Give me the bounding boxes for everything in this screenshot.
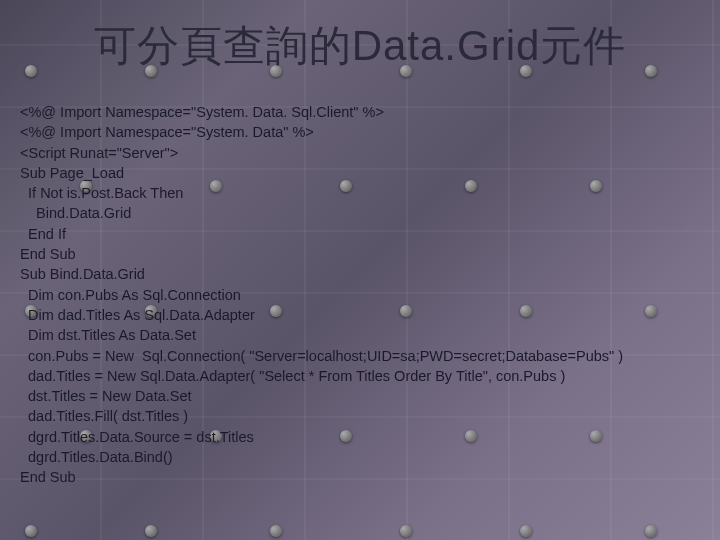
code-line: Dim con.Pubs As Sql.Connection bbox=[20, 287, 241, 303]
code-line: dst.Titles = New Data.Set bbox=[20, 388, 192, 404]
code-line: dad.Titles = New Sql.Data.Adapter( "Sele… bbox=[20, 368, 565, 384]
code-line: Bind.Data.Grid bbox=[20, 205, 131, 221]
code-block: <%@ Import Namespace="System. Data. Sql.… bbox=[0, 74, 720, 488]
mesh-node bbox=[520, 525, 532, 537]
code-line: Dim dst.Titles As Data.Set bbox=[20, 327, 196, 343]
mesh-node bbox=[645, 525, 657, 537]
code-line: Sub Page_Load bbox=[20, 165, 124, 181]
code-line: End Sub bbox=[20, 246, 76, 262]
mesh-node bbox=[270, 525, 282, 537]
code-line: Sub Bind.Data.Grid bbox=[20, 266, 145, 282]
code-line: con.Pubs = New Sql.Connection( "Server=l… bbox=[20, 348, 623, 364]
code-line: End If bbox=[20, 226, 66, 242]
mesh-node bbox=[25, 525, 37, 537]
code-line: <Script Runat="Server"> bbox=[20, 145, 178, 161]
mesh-node bbox=[145, 525, 157, 537]
code-line: <%@ Import Namespace="System. Data" %> bbox=[20, 124, 314, 140]
code-line: End Sub bbox=[20, 469, 76, 485]
code-line: Dim dad.Titles As Sql.Data.Adapter bbox=[20, 307, 255, 323]
slide-title: 可分頁查詢的Data.Grid元件 bbox=[0, 0, 720, 74]
code-line: dad.Titles.Fill( dst.Titles ) bbox=[20, 408, 188, 424]
code-line: dgrd.Titles.Data.Source = dst.Titles bbox=[20, 429, 254, 445]
code-line: If Not is.Post.Back Then bbox=[20, 185, 183, 201]
code-line: <%@ Import Namespace="System. Data. Sql.… bbox=[20, 104, 384, 120]
mesh-node bbox=[400, 525, 412, 537]
code-line: dgrd.Titles.Data.Bind() bbox=[20, 449, 173, 465]
